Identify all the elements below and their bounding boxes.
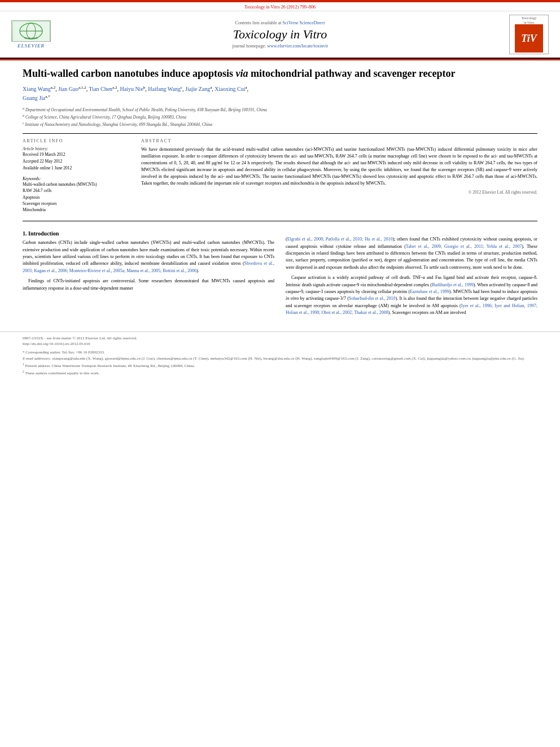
info-abstract-section: Article Info Article history: Received 1… (23, 138, 537, 213)
homepage-url: www.elsevier.com/locate/toxinvit (267, 43, 327, 49)
ref-iyer[interactable]: Iyer et al., 1996; Iyer and Holian, 1997… (286, 303, 537, 315)
main-content: Multi-walled carbon nanotubes induce apo… (0, 60, 560, 331)
journal-header-center: Contents lists available at SciVerse Sci… (56, 20, 504, 49)
affiliations: a Department of Occupational and Environ… (23, 106, 537, 128)
tiv-logo: Toxicology in Vitro TiV (509, 15, 549, 54)
abstract-copyright: © 2012 Elsevier Ltd. All rights reserved… (141, 189, 537, 195)
author-haifang-wang: Haifang Wang (148, 86, 181, 93)
keywords-label: Keywords: (23, 176, 130, 181)
ref-shvedova[interactable]: Shvedova et al., 2003; Kagan et al., 200… (23, 261, 274, 273)
body-section: 1. Introduction Carbon nanotubes (CNTs) … (23, 226, 537, 320)
abstract-text: We have demonstrated previously that the… (141, 146, 537, 195)
footnote-corresponding: * Corresponding author. Tel./fax: +86 10… (23, 350, 537, 356)
elsevier-logo-area: ELSEVIER ELSEVIER (6, 20, 56, 49)
abstract-column: Abstract We have demonstrated previously… (141, 138, 537, 213)
body-left-column: 1. Introduction Carbon nanotubes (CNTs) … (23, 226, 274, 320)
intro-section-title: 1. Introduction (23, 230, 274, 237)
footnote-1: 1 Present address: China Waterborne Tran… (23, 362, 537, 370)
intro-text: Carbon nanotubes (CNTs) include single-w… (23, 239, 274, 292)
tiv-logo-area: Toxicology in Vitro TiV (504, 15, 554, 54)
footer-area: 0887-2333/$ – see front matter © 2012 El… (0, 331, 560, 381)
citation-text: Toxicology in Vitro 26 (2012) 799–806 (244, 5, 316, 10)
homepage-line: journal homepage: www.elsevier.com/locat… (62, 43, 498, 49)
elsevier-graphic: ELSEVIER (11, 20, 51, 42)
author-haiyu-nie: Haiyu Nie (120, 86, 143, 93)
tiv-icon: TiV (515, 24, 543, 53)
footnote-emails: E-mail addresses: xiangwang@uda.edu (X. … (23, 356, 537, 362)
ref-elgrabi[interactable]: Elgrabi et al., 2008; Patlolla et al., 2… (287, 237, 393, 242)
author-xiaoxing-cui: Xiaoxing Cui (215, 86, 245, 93)
keywords-list: Multi-walled carbon nanotubes (MWCNTs) R… (23, 181, 130, 213)
ref-sohaebud[interactable]: Sohaebud-din et al., 2010 (349, 296, 396, 301)
author-tian-chen: Tian Chen (89, 86, 112, 93)
author-jiajie-zang: Jiajie Zang (185, 86, 210, 93)
footnote-2: 2 These authors contributed equally to t… (23, 369, 537, 377)
journal-title: Toxicology in Vitro (62, 27, 498, 42)
abstract-heading: Abstract (141, 138, 537, 143)
author-jian-guo: Jian Guo (58, 86, 78, 93)
ref-budihardjo[interactable]: Budihardjo et al., 1999 (432, 282, 474, 287)
journal-header: ELSEVIER ELSEVIER Contents lists availab… (0, 11, 560, 59)
footnotes-block: * Corresponding author. Tel./fax: +86 10… (23, 350, 537, 377)
history-label: Article history: (23, 146, 130, 151)
homepage-label: journal homepage: (232, 43, 266, 49)
divider-top (23, 133, 537, 134)
authors-line: Xiang Wanga,2, Jian Guoa,1,2, Tian Chena… (23, 85, 537, 102)
article-history: Article history: Received 19 March 2012 … (23, 146, 130, 172)
journal-title-text: Toxicology in Vitro (233, 27, 327, 41)
author-guang-jia: Guang Jia (23, 95, 45, 101)
divider-body (23, 221, 537, 221)
article-info-column: Article Info Article history: Received 1… (23, 138, 130, 213)
history-dates: Received 19 March 2012 Accepted 22 May 2… (23, 151, 130, 172)
ref-earnshaw[interactable]: Earnshaw et al., 1999 (410, 289, 449, 294)
svg-text:ELSEVIER: ELSEVIER (24, 37, 38, 40)
journal-citation: Toxicology in Vitro 26 (2012) 799–806 (0, 2, 560, 11)
article-info-heading: Article Info (23, 138, 130, 143)
contents-label: Contents lists available at (235, 20, 282, 25)
sciverse-link[interactable]: SciVerse ScienceDirect (283, 20, 325, 25)
elsevier-text: ELSEVIER (18, 43, 45, 49)
footer-issn: 0887-2333/$ – see front matter © 2012 El… (23, 335, 537, 342)
ref-tabet[interactable]: Tabet et al., 2009; Giorgio et al., 2011… (406, 244, 522, 249)
sciverse-line: Contents lists available at SciVerse Sci… (62, 20, 498, 25)
body-right-column: (Elgrabi et al., 2008; Patlolla et al., … (286, 226, 537, 320)
author-xiang-wang: Xiang Wang (23, 86, 51, 93)
right-col-text: (Elgrabi et al., 2008; Patlolla et al., … (286, 236, 537, 316)
footer-doi: http://dx.doi.org/10.1016/j.tiv.2012.05.… (23, 341, 537, 347)
article-title: Multi-walled carbon nanotubes induce apo… (23, 67, 537, 80)
keywords-block: Keywords: Multi-walled carbon nanotubes … (23, 176, 130, 213)
